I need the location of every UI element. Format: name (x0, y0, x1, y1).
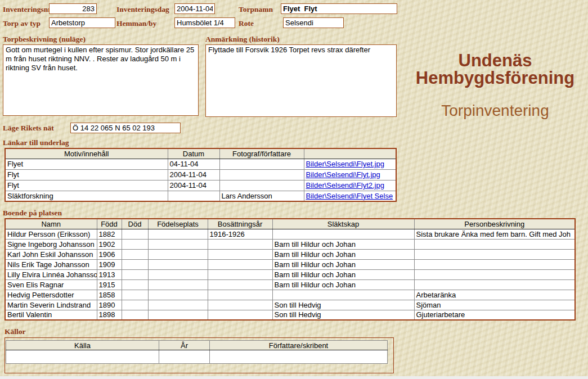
resident-personbeskrivning-cell: Gjuteriarbetare (414, 310, 575, 320)
source-kalla-cell (6, 350, 159, 364)
resident-fodelseplats-cell (148, 279, 208, 290)
link-fotograf-cell: Lars Andersson (219, 191, 304, 201)
resident-bosattningsar-cell (208, 310, 272, 320)
resident-row: Nils Erik Tage Johansson1909Barn till Hi… (5, 259, 575, 269)
rote-field[interactable] (283, 17, 344, 28)
resident-slaktskap-cell: Barn till Hildur och Johan (272, 259, 414, 269)
resident-fodelseplats-cell (148, 239, 208, 249)
resident-fodd-cell: 1858 (97, 290, 122, 300)
brand-block: Undenäs Hembygdsförening Torpinventering (402, 52, 588, 87)
resident-fodelseplats-cell (148, 229, 208, 239)
link-fotograf-cell (219, 169, 304, 180)
residents-header-namn: Namn (5, 219, 97, 229)
sources-header-row: Källa År Författare/skribent (6, 341, 388, 350)
residents-header-fodelseplats: Födelseplats (148, 219, 208, 229)
resident-slaktskap-cell (272, 290, 414, 300)
resident-fodd-cell: 1915 (97, 279, 122, 290)
resident-personbeskrivning-cell (414, 259, 575, 269)
resident-fodelseplats-cell (148, 249, 208, 259)
inventory-number-field[interactable] (49, 3, 97, 14)
residents-header-dod: Död (122, 219, 148, 229)
resident-personbeskrivning-cell: Sista brukare Änka med fem barn. Gift me… (414, 229, 575, 239)
source-forfattare-cell (210, 350, 388, 364)
description-label: Torpbeskrivning (nuläge) (3, 35, 86, 43)
file-link[interactable]: Bilder\Selsendi\Flyet.jpg (306, 160, 384, 168)
link-row: Flyt 2004-11-04 Bilder\Selsendi\Flyt.jpg (5, 169, 396, 180)
link-motiv-cell: Flyet (5, 159, 168, 169)
link-row: Släktforskning Lars Andersson Bilder\Sel… (5, 191, 396, 201)
hemman-field[interactable] (174, 17, 235, 28)
resident-slaktskap-cell: Barn till Hildur och Johan (272, 239, 414, 249)
residents-header-personbeskrivning: Personbeskrivning (414, 219, 575, 229)
sources-header-forfattare: Författare/skribent (210, 341, 388, 350)
sources-box: Källa År Författare/skribent (5, 337, 394, 373)
link-datum-cell: 04-11-04 (168, 159, 219, 169)
resident-namn-cell: Nils Erik Tage Johansson (5, 259, 97, 269)
description-textarea[interactable]: Gott om murtegel i kullen efter spismur.… (3, 44, 199, 116)
resident-personbeskrivning-cell (414, 249, 575, 259)
resident-slaktskap-cell: Barn till Hildur och Johan (272, 269, 414, 279)
rote-label: Rote (239, 19, 254, 28)
link-motiv-cell: Släktforskning (5, 191, 168, 201)
resident-row: Lilly Elvira Linnéa Johansson1913Barn ti… (5, 269, 575, 279)
resident-bosattningsar-cell (208, 249, 272, 259)
resident-row: Karl John Eskil Johansson1906Barn till H… (5, 249, 575, 259)
resident-slaktskap-cell: Son till Hedvig (272, 310, 414, 320)
resident-slaktskap-cell: Barn till Hildur och Johan (272, 249, 414, 259)
remark-textarea[interactable]: Flyttade till Forsvik 1926 Torpet revs s… (205, 44, 397, 117)
resident-dod-cell (122, 269, 148, 279)
torp-name-field[interactable] (281, 3, 397, 14)
link-row: Flyt 2004-11-04 Bilder\Selsendi\Flyt2.jp… (5, 180, 396, 191)
resident-bosattningsar-cell: 1916-1926 (208, 229, 272, 239)
link-fotograf-cell (219, 180, 304, 191)
remark-label: Anmärkning (historik) (205, 35, 280, 43)
resident-slaktskap-cell (272, 229, 414, 239)
file-link[interactable]: Bilder\Selsendi\Flyet Selse (306, 192, 393, 200)
resident-namn-cell: Hedvig Pettersdotter (5, 290, 97, 300)
resident-fodelseplats-cell (148, 300, 208, 310)
resident-namn-cell: Hildur Persson (Eriksson) (5, 229, 97, 239)
torp-type-label: Torp av typ (3, 19, 41, 28)
app-subtitle: Torpinventering (402, 102, 588, 120)
resident-bosattningsar-cell (208, 290, 272, 300)
residents-header-bosattningsar: Bosättningsår (208, 219, 272, 229)
inventory-number-label: Inventeringsnr (3, 5, 51, 13)
org-title-line1: Undenäs (402, 52, 588, 69)
torp-name-label: Torpnamn (239, 5, 273, 13)
location-label: Läge Rikets nät (3, 124, 54, 132)
resident-fodd-cell: 1882 (97, 229, 122, 239)
resident-dod-cell (122, 310, 148, 320)
resident-personbeskrivning-cell (414, 269, 575, 279)
resident-dod-cell (122, 290, 148, 300)
resident-fodd-cell: 1906 (97, 249, 122, 259)
sources-section-title: Källor (5, 327, 26, 336)
resident-fodelseplats-cell (148, 259, 208, 269)
sources-header-ar: År (159, 341, 210, 350)
resident-fodelseplats-cell (148, 310, 208, 320)
source-row (6, 350, 388, 364)
resident-slaktskap-cell: Son till Hedvig (272, 300, 414, 310)
resident-dod-cell (122, 259, 148, 269)
links-table: Motiv/innehåll Datum Fotograf/författare… (5, 148, 397, 202)
resident-fodd-cell: 1909 (97, 259, 122, 269)
torp-type-field[interactable] (49, 17, 115, 28)
resident-fodd-cell: 1898 (97, 310, 122, 320)
file-link[interactable]: Bilder\Selsendi\Flyt.jpg (306, 170, 380, 179)
residents-header-slaktskap: Släktskap (272, 219, 414, 229)
residents-header-fodd: Född (97, 219, 122, 229)
residents-table: Namn Född Död Födelseplats Bosättningsår… (5, 218, 576, 321)
link-motiv-cell: Flyt (5, 169, 168, 180)
file-link[interactable]: Bilder\Selsendi\Flyt2.jpg (306, 181, 384, 190)
location-field[interactable] (70, 123, 181, 133)
resident-personbeskrivning-cell (414, 279, 575, 290)
resident-fodd-cell: 1902 (97, 239, 122, 249)
resident-personbeskrivning-cell: Arbetaränka (414, 290, 575, 300)
resident-dod-cell (122, 229, 148, 239)
sources-table: Källa År Författare/skribent (6, 340, 388, 364)
inventory-date-field[interactable] (174, 3, 215, 14)
torp-inventory-page: Inventeringsnr Inventeringsdag Torpnamn … (0, 0, 588, 379)
link-fotograf-cell (219, 159, 304, 169)
resident-namn-cell: Karl John Eskil Johansson (5, 249, 97, 259)
resident-fodelseplats-cell (148, 269, 208, 279)
resident-row: Hildur Persson (Eriksson)18821916-1926Si… (5, 229, 575, 239)
